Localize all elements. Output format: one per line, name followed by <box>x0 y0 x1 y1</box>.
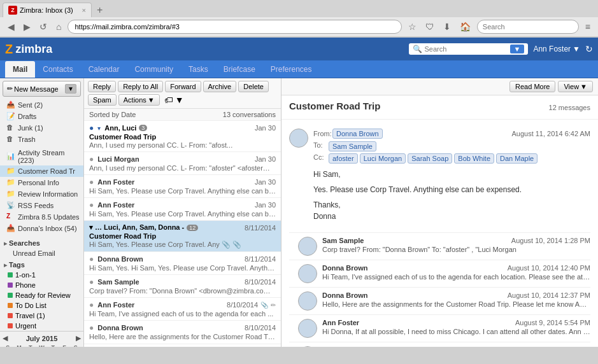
thread-item[interactable]: Sam Sample August 10, 2014 1:28 PM Corp … <box>289 233 590 260</box>
new-message-arrow-icon[interactable]: ▼ <box>65 84 76 94</box>
sidebar-item-junk[interactable]: 🗑 Junk (1) <box>0 122 83 134</box>
back-btn[interactable]: ◀ <box>5 20 17 33</box>
cc-chip-4[interactable]: Bob White <box>454 153 494 164</box>
cc-chip-3[interactable]: Sarah Soap <box>408 153 452 164</box>
msg-sender: Ann Foster <box>97 201 134 209</box>
shield-btn[interactable]: 🛡 <box>423 20 437 33</box>
sidebar-item-customer-road-trip[interactable]: 📁 Customer Road Tr <box>0 165 83 177</box>
list-item[interactable]: ● Sam Sample 8/10/2014 Corp travel? From… <box>84 275 281 298</box>
sidebar-item-sent[interactable]: 📤 Sent (2) <box>0 99 83 111</box>
sidebar-item-drafts[interactable]: 📝 Drafts <box>0 111 83 122</box>
thread-dot-0 <box>289 242 293 246</box>
to-chip[interactable]: Sam Sample <box>329 141 376 151</box>
tag-phone[interactable]: Phone <box>0 280 83 290</box>
tab-briefcase[interactable]: Briefcase <box>216 61 263 78</box>
new-tab-btn[interactable]: + <box>93 4 106 16</box>
archive-btn[interactable]: Archive <box>203 81 237 92</box>
list-item[interactable]: ● ▾ Ann, Luci 3 Jan 30 Customer Road Tri… <box>84 121 281 152</box>
nav-search-input[interactable] <box>425 45 508 53</box>
spam-btn[interactable]: Spam <box>88 94 117 106</box>
home-btn[interactable]: ⌂ <box>53 20 64 33</box>
user-menu[interactable]: Ann Foster ▼ <box>533 45 580 53</box>
menu-btn[interactable]: ≡ <box>583 20 593 33</box>
list-item[interactable]: ● Ann Foster 8/9/2014 Hi Donna, If at al… <box>84 344 281 347</box>
forward-btn[interactable]: Forward <box>165 81 201 92</box>
sidebar-item-donnas-inbox[interactable]: 📥 Donna's Inbox (54) <box>0 223 83 234</box>
sidebar-item-review-info[interactable]: 📁 Review Information <box>0 188 83 200</box>
tag-ready-review[interactable]: Ready for Review <box>0 290 83 300</box>
reply-all-btn[interactable]: Reply to All <box>118 81 163 92</box>
msg-preview: Hi Sam, Yes. Hi Sam, Yes. Please use Cor… <box>89 264 276 272</box>
thread-item[interactable]: Donna Brown August 10, 2014 12:40 PM Hi … <box>289 260 590 288</box>
thread-item[interactable]: Sam Sample August 9, 2014 5:51 PM Hi, I … <box>289 342 590 347</box>
sidebar-item-personal-info[interactable]: 📁 Personal Info <box>0 177 83 188</box>
tab-contacts[interactable]: Contacts <box>35 61 80 78</box>
cc-line: Cc: afoster Luci Morgan Sarah Soap Bob W… <box>313 153 590 164</box>
read-more-btn[interactable]: Read More <box>509 81 555 92</box>
cc-chip-1[interactable]: afoster <box>329 153 358 164</box>
url-input[interactable] <box>68 20 401 34</box>
cc-chip-5[interactable]: Dan Maple <box>496 153 537 164</box>
tab-community[interactable]: Community <box>127 61 181 78</box>
cc-chip-2[interactable]: Luci Morgan <box>360 153 406 164</box>
delete-btn[interactable]: Delete <box>238 81 269 92</box>
actions-btn[interactable]: Actions ▼ <box>118 94 160 106</box>
tag-todo[interactable]: To Do List <box>0 300 83 311</box>
tag-urgent[interactable]: Urgent <box>0 321 83 331</box>
more-btn[interactable]: ▼ <box>175 95 184 105</box>
tab-tasks[interactable]: Tasks <box>181 61 216 78</box>
zimbra-z: Z <box>5 42 13 57</box>
tag-btn[interactable]: 🏷 <box>164 95 173 105</box>
forward-btn[interactable]: ▶ <box>21 20 33 33</box>
cal-hdr-w: W <box>36 344 47 347</box>
new-message-btn[interactable]: ✏ New Message ▼ <box>3 81 81 97</box>
thread-item[interactable]: Donna Brown August 10, 2014 12:37 PM Hel… <box>289 288 590 315</box>
tab-preferences[interactable]: Preferences <box>263 61 320 78</box>
house-btn[interactable]: 🏠 <box>457 20 473 33</box>
from-line: From: Donna Brown August 11, 2014 6:42 A… <box>313 129 590 139</box>
cal-next-btn[interactable]: ▶ <box>76 334 81 342</box>
browser-search-input[interactable] <box>477 20 579 34</box>
thread-date-3: August 9, 2014 5:54 PM <box>515 319 590 326</box>
thread-preview-2: Hello, Here are the assignments for the … <box>322 300 590 308</box>
sidebar-item-trash[interactable]: 🗑 Trash <box>0 134 83 145</box>
sort-bar: Sorted by Date 13 conversations <box>84 109 281 121</box>
list-item[interactable]: ● Luci Morgan Jan 30 Ann, I used my pers… <box>84 152 281 175</box>
cal-hdr-s1: S <box>3 344 13 347</box>
to-label: To: <box>313 141 326 149</box>
view-btn[interactable]: View ▼ <box>558 81 593 92</box>
download-btn[interactable]: ⬇ <box>441 20 453 33</box>
list-item[interactable]: ▾ … Luci, Ann, Sam, Donna - 12 8/11/2014… <box>84 221 281 252</box>
msg-sender: Donna Brown <box>97 255 143 263</box>
thread-item[interactable]: Ann Foster August 9, 2014 5:54 PM Hi Don… <box>289 315 590 342</box>
refresh-btn[interactable]: ↻ <box>585 44 593 54</box>
list-item[interactable]: ● Donna Brown 8/10/2014 Hello, Here are … <box>84 321 281 344</box>
reload-btn[interactable]: ↺ <box>37 20 50 33</box>
email-signature: Donna <box>313 211 590 222</box>
thread-header-4: Sam Sample August 9, 2014 5:51 PM <box>322 346 590 347</box>
tag-travel[interactable]: Travel (1) <box>0 311 83 321</box>
msg-date: 8/10/2014 <box>245 324 276 332</box>
list-item[interactable]: ● Ann Foster Jan 30 Hi Sam, Yes. Please … <box>84 175 281 198</box>
active-tab[interactable]: Z Zimbra: Inbox (3) × <box>3 3 92 17</box>
star-btn[interactable]: ☆ <box>406 20 419 33</box>
sidebar-item-activity[interactable]: 📊 Activity Stream (223) <box>0 148 83 165</box>
list-item[interactable]: ● Ann Foster 8/10/2014 📎 ✏ Hi Team, I've… <box>84 298 281 321</box>
sidebar-item-zimbra-updates[interactable]: Z Zimbra 8.5 Updates <box>0 211 83 223</box>
activity-icon: 📊 <box>6 152 15 161</box>
from-chip[interactable]: Donna Brown <box>332 129 383 139</box>
tab-mail[interactable]: Mail <box>5 61 35 78</box>
list-item[interactable]: ● Donna Brown 8/11/2014 Hi Sam, Yes. Hi … <box>84 252 281 275</box>
searches-section-header[interactable]: ▸ Searches <box>0 237 83 248</box>
tag-1on1[interactable]: 1-on-1 <box>0 270 83 280</box>
sidebar-item-unread-email[interactable]: Unread Email <box>0 248 83 258</box>
reply-btn[interactable]: Reply <box>88 81 116 92</box>
sidebar-item-rss[interactable]: 📡 RSS Feeds <box>0 200 83 211</box>
cal-prev-btn[interactable]: ◀ <box>3 334 8 342</box>
tab-close-btn[interactable]: × <box>82 6 86 14</box>
nav-search-btn[interactable]: ▼ <box>510 45 525 53</box>
actions-label: Actions <box>124 96 146 104</box>
tab-calendar[interactable]: Calendar <box>81 61 127 78</box>
tags-section-header[interactable]: ▸ Tags <box>0 258 83 270</box>
list-item[interactable]: ● Ann Foster Jan 30 Hi Sam, Yes. Please … <box>84 198 281 221</box>
